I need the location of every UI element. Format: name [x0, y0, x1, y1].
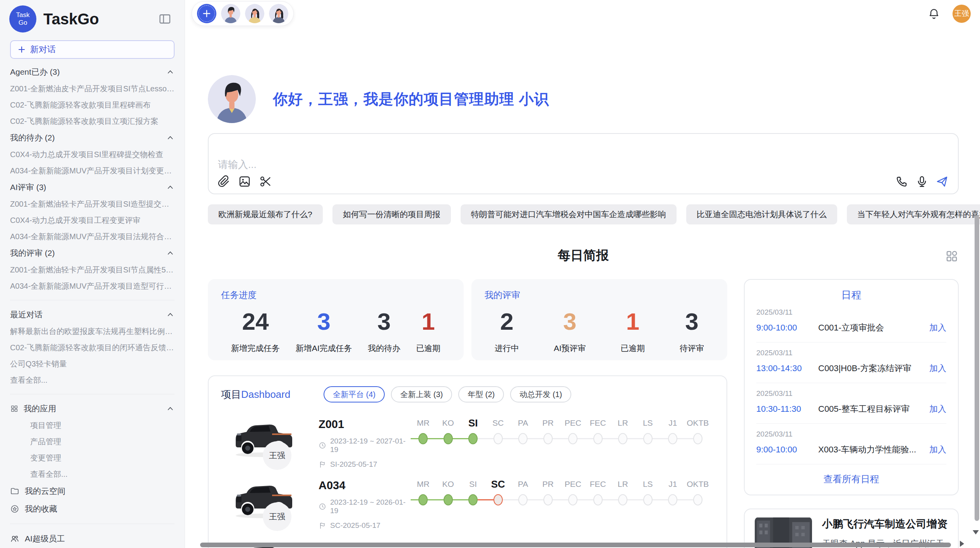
stat-value: 2	[495, 310, 519, 334]
view-all-schedule-link[interactable]: 查看所有日程	[756, 465, 946, 485]
flag-icon	[319, 461, 326, 468]
sidebar-task-item[interactable]: C0X4-动力总成开发项目工程变更评审	[10, 212, 175, 228]
content-columns: 任务进度24新增完成任务3新增AI完成任务3我的待办1已逾期我的评审2进行中3A…	[208, 279, 959, 548]
teammate-avatar[interactable]	[245, 4, 264, 23]
suggestion-chip[interactable]: 当下年轻人对汽车外观有怎样的喜好趋势	[847, 204, 980, 224]
sidebar-task-item[interactable]: Z001-全新燃油轻卡产品开发项目SI节点属性5D文件评审	[10, 262, 175, 278]
sidebar-app-item[interactable]: 项目管理	[10, 417, 175, 433]
sidebar-task-item[interactable]: A034-全新新能源MUV产品开发项目造型可行性评审	[10, 278, 175, 294]
briefing-header: 每日简报	[208, 247, 959, 264]
sidebar-task-item[interactable]: C0X4-动力总成开发项目SI里程碑提交物检查	[10, 146, 175, 163]
schedule-card: 日程 2025/03/119:00-10:00C001-立项审批会加入2025/…	[744, 279, 959, 495]
attachment-icon[interactable]	[217, 175, 230, 188]
sidebar-section-header[interactable]: AI评审 (3)	[10, 179, 175, 196]
sidebar-task-item[interactable]: C02-飞腾新能源轻客改款项目立项汇报方案	[10, 113, 175, 129]
sidebar-section-header[interactable]: 我的待办 (2)	[10, 129, 175, 146]
stat-label: 新增完成任务	[231, 343, 280, 354]
stat-value: 1	[620, 310, 645, 334]
horizontal-scrollbar-thumb[interactable]	[200, 543, 951, 547]
scroll-right-arrow-icon[interactable]	[960, 541, 964, 547]
recent-chat-item[interactable]: 解释最新出台的欧盟报废车法规再生塑料比例被调至15%...	[10, 323, 175, 339]
recent-chat-item[interactable]: C02-飞腾新能源轻客改款项目的闭环通告反馈情况	[10, 339, 175, 356]
phone-call-icon[interactable]	[895, 175, 908, 188]
greeting-text: 你好，王强，我是你的项目管理助理 小识	[273, 89, 549, 109]
sidebar-task-item[interactable]: A034-全新新能源MUV产品开发项目计划变更表编写	[10, 163, 175, 179]
schedule-time: 13:00-14:30	[756, 363, 818, 373]
teammate-avatar[interactable]	[269, 4, 288, 23]
dashboard-filter-tab[interactable]: 年型 (2)	[458, 386, 504, 402]
person-illustration	[208, 75, 256, 123]
sidebar-task-item[interactable]: C02-飞腾新能源轻客改款项目里程碑画布	[10, 97, 175, 113]
suggestion-chip[interactable]: 欧洲新规最近颁布了什么?	[208, 204, 323, 224]
stat-label: AI预评审	[554, 343, 586, 354]
left-column: 任务进度24新增完成任务3新增AI完成任务3我的待办1已逾期我的评审2进行中3A…	[208, 279, 727, 548]
new-chat-button[interactable]: 新对话	[10, 40, 175, 59]
join-button[interactable]: 加入	[929, 363, 946, 374]
sidebar-collapse-icon[interactable]	[158, 12, 171, 26]
sidebar-task-item[interactable]: Z001-全新燃油皮卡产品开发项目SI节点Lesson Learn报告	[10, 80, 175, 97]
suggestion-chip[interactable]: 如何写一份清晰的项目周报	[332, 204, 451, 224]
dashboard-filter-tab[interactable]: 全新上装 (3)	[391, 386, 452, 402]
stat-value: 3	[680, 310, 704, 334]
suggestion-chip[interactable]: 比亚迪全固态电池计划具体说了什么	[686, 204, 837, 224]
sidebar-task-item[interactable]: A034-全新新能源MUV产品开发项目法规符合性评审	[10, 228, 175, 245]
grid-layout-icon[interactable]	[945, 249, 959, 263]
milestone-label: SC	[486, 416, 511, 430]
milestone-dot	[518, 433, 528, 444]
sidebar-app-item[interactable]: 变更管理	[10, 450, 175, 466]
news-title: 小鹏飞行汽车制造公司增资	[822, 517, 948, 531]
user-avatar[interactable]: 王强	[953, 5, 971, 23]
send-icon[interactable]	[935, 175, 949, 188]
chevron-up-icon	[166, 68, 175, 76]
sidebar-recent-header[interactable]: 最近对话	[10, 306, 175, 323]
join-button[interactable]: 加入	[929, 322, 946, 334]
milestone-line	[436, 438, 444, 439]
milestone-label: KO	[436, 416, 461, 430]
suggestion-chip[interactable]: 特朗普可能对进口汽车增税会对中国车企造成哪些影响	[461, 204, 677, 224]
milestone-line	[610, 438, 618, 439]
image-icon[interactable]	[238, 175, 251, 188]
milestone-label: LS	[636, 478, 661, 491]
stat-item: 3我的待办	[368, 310, 400, 354]
briefing-card-title: 任务进度	[221, 289, 451, 301]
milestone-line	[503, 438, 511, 439]
recent-chat-item[interactable]: 查看全部...	[10, 372, 175, 388]
sidebar-section-header[interactable]: Agent已办 (3)	[10, 63, 175, 80]
add-agent-button[interactable]	[197, 4, 216, 23]
dashboard-filter-tab[interactable]: 全新平台 (4)	[324, 386, 385, 402]
milestone-dot	[693, 433, 702, 444]
milestone-line	[553, 438, 560, 439]
scroll-down-arrow-icon[interactable]	[973, 530, 979, 534]
schedule-date: 2025/03/11	[756, 389, 946, 398]
stat-item: 3AI预评审	[554, 310, 586, 354]
app-title: TaskGo	[43, 10, 158, 28]
dashboard-filter-tab[interactable]: 动总开发 (1)	[510, 386, 571, 402]
sidebar-app-item[interactable]: 产品管理	[10, 433, 175, 450]
scissors-icon[interactable]	[259, 175, 272, 188]
sidebar-task-item[interactable]: Z001-全新燃油轻卡产品开发项目SI造型提交物评审	[10, 196, 175, 212]
microphone-icon[interactable]	[915, 175, 929, 188]
sidebar-item-cloud-folder[interactable]: 我的云空间	[10, 482, 175, 500]
sidebar-app-item[interactable]: 查看全部...	[10, 466, 175, 482]
milestone-label: SI	[461, 478, 486, 491]
milestone: MR	[411, 416, 436, 445]
recent-chat-item[interactable]: 公司Q3轻卡销量	[10, 356, 175, 372]
milestone-line	[660, 499, 668, 500]
teammate-avatar[interactable]	[221, 4, 240, 23]
news-card[interactable]: 小鹏飞行汽车制造公司增资 天眼查 App 显示，近日广州汇天飞行汽	[744, 509, 959, 548]
milestone-line	[660, 438, 668, 439]
join-button[interactable]: 加入	[929, 403, 946, 415]
notification-bell-icon[interactable]	[928, 7, 940, 20]
vertical-scrollbar-thumb[interactable]	[975, 215, 979, 521]
milestone-dot	[468, 433, 478, 444]
sidebar-item-star-badge[interactable]: 我的收藏	[10, 500, 175, 518]
join-button[interactable]: 加入	[929, 444, 946, 456]
milestone-dot	[518, 494, 528, 505]
schedule-event-title: C003|H0B-方案冻结评审	[818, 363, 929, 374]
composer[interactable]: 请输入...	[208, 133, 959, 194]
milestone-dot	[444, 433, 453, 444]
sidebar-item-people[interactable]: AI超级员工	[10, 530, 175, 548]
sidebar-apps-header[interactable]: 我的应用	[10, 400, 175, 417]
sidebar-section-header[interactable]: 我的评审 (2)	[10, 245, 175, 262]
milestone: J1	[660, 416, 685, 445]
